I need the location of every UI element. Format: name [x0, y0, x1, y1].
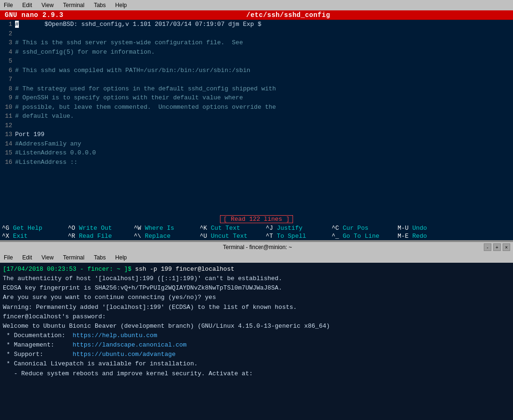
editor-line: 7: [0, 75, 513, 84]
shortcut-item[interactable]: ^U Uncut Text: [198, 233, 264, 240]
line-content: #AddressFamily any: [15, 139, 81, 149]
editor-area[interactable]: 1# $OpenBSD: sshd_config,v 1.101 2017/03…: [0, 20, 513, 214]
shortcut-key: ^X: [2, 233, 13, 240]
shortcut-item[interactable]: ^J Justify: [264, 225, 330, 232]
bmenu-help[interactable]: Help: [114, 254, 129, 261]
top-menubar[interactable]: File Edit View Terminal Tabs Help: [0, 0, 513, 10]
bmenu-file[interactable]: File: [2, 254, 15, 261]
line-number: 3: [2, 38, 15, 48]
terminal-line: fincer@localhost's password:: [3, 312, 510, 322]
shortcut-item[interactable]: ^O Write Out: [66, 225, 132, 232]
menu-edit[interactable]: Edit: [20, 1, 34, 9]
terminal-line: Welcome to Ubuntu Bionic Beaver (develop…: [3, 322, 510, 331]
line-content: # This is the sshd server system-wide co…: [15, 38, 243, 48]
line-number: 1: [2, 20, 15, 29]
terminal-link[interactable]: https://ubuntu.com/advantage: [73, 351, 175, 358]
line-number: 11: [2, 112, 15, 121]
status-bar: [ Read 122 lines ]: [220, 215, 293, 223]
menu-help[interactable]: Help: [114, 1, 129, 9]
bmenu-view[interactable]: View: [40, 254, 56, 261]
editor-line: 2: [0, 29, 513, 39]
close-button[interactable]: ×: [503, 243, 510, 251]
terminal-command: ssh -p 199 fincer@localhost: [135, 266, 235, 273]
shortcuts-row: ^X Exit^R Read File^\ Replace^U Uncut Te…: [0, 232, 513, 240]
terminal-line: Warning: Permanently added '[localhost]:…: [3, 303, 510, 312]
shortcut-label: Cur Pos: [342, 225, 368, 232]
line-content: #ListenAddress ::: [15, 158, 78, 167]
shortcut-key: ^\: [134, 233, 145, 240]
terminal-prompt: [17/04/2018 00:23:53 - fincer: ~ ]$: [3, 266, 135, 273]
nano-header: GNU nano 2.9.3 /etc/ssh/sshd_config: [0, 10, 513, 20]
bmenu-tabs[interactable]: Tabs: [92, 254, 107, 261]
line-content: #ListenAddress 0.0.0.0: [15, 148, 96, 158]
menu-tabs[interactable]: Tabs: [92, 1, 107, 9]
terminal-line: ECDSA key fingerprint is SHA256:vQ+h/TPv…: [3, 283, 510, 293]
bottom-menubar[interactable]: File Edit View Terminal Tabs Help: [0, 252, 513, 263]
editor-line: 11# default value.: [0, 112, 513, 121]
shortcut-item[interactable]: ^G Get Help: [0, 225, 66, 232]
shortcut-key: ^J: [266, 225, 277, 232]
menu-file[interactable]: File: [2, 1, 15, 9]
menu-terminal[interactable]: Terminal: [61, 1, 86, 9]
editor-line: 1# $OpenBSD: sshd_config,v 1.101 2017/03…: [0, 20, 513, 29]
shortcut-label: Read File: [79, 233, 112, 240]
shortcut-key: M-E: [398, 233, 412, 240]
shortcut-label: Undo: [412, 225, 427, 232]
shortcut-item[interactable]: M-E Redo: [396, 233, 462, 240]
shortcut-key: M-U: [398, 225, 412, 232]
shortcut-item[interactable]: ^\ Replace: [132, 233, 198, 240]
minimize-button[interactable]: -: [484, 243, 491, 251]
top-terminal: File Edit View Terminal Tabs Help GNU na…: [0, 0, 513, 240]
bottom-titlebar: Terminal - fincer@minion: ~ - + ×: [0, 242, 513, 252]
shortcut-item[interactable]: ^T To Spell: [264, 233, 330, 240]
editor-line: 14#AddressFamily any: [0, 139, 513, 149]
line-content: Port 199: [15, 130, 44, 139]
shortcut-label: Cut Text: [211, 225, 240, 232]
titlebar-controls[interactable]: - + ×: [484, 243, 510, 251]
line-number: 14: [2, 139, 15, 149]
shortcut-label: Justify: [277, 225, 302, 232]
editor-line: 9# OpenSSH is to specify options with th…: [0, 93, 513, 103]
terminal-line: [17/04/2018 00:23:53 - fincer: ~ ]$ ssh …: [3, 265, 510, 274]
editor-line: 8# The strategy used for options in the …: [0, 84, 513, 94]
shortcut-item[interactable]: ^W Where Is: [132, 225, 198, 232]
bmenu-edit[interactable]: Edit: [20, 254, 34, 261]
terminal-link[interactable]: https://help.ubuntu.com: [73, 332, 157, 339]
shortcut-item[interactable]: ^X Exit: [0, 233, 66, 240]
terminal-line: Are you sure you want to continue connec…: [3, 293, 510, 302]
line-content: # OpenSSH is to specify options with the…: [15, 93, 243, 103]
line-content: # sshd_config(5) for more information.: [15, 48, 155, 57]
shortcut-label: To Spell: [277, 233, 306, 240]
terminal-line: The authenticity of host '[localhost]:19…: [3, 274, 510, 283]
shortcuts-row: ^G Get Help^O Write Out^W Where Is^K Cut…: [0, 224, 513, 232]
line-number: 5: [2, 57, 15, 66]
line-content: # default value.: [15, 112, 74, 121]
editor-line: 10# possible, but leave them commented. …: [0, 103, 513, 112]
editor-line: 16#ListenAddress ::: [0, 158, 513, 167]
bmenu-terminal[interactable]: Terminal: [61, 254, 86, 261]
shortcut-item[interactable]: ^K Cut Text: [198, 225, 264, 232]
line-number: 16: [2, 158, 15, 167]
line-number: 4: [2, 48, 15, 57]
shortcut-item[interactable]: M-U Undo: [396, 225, 462, 232]
shortcut-item[interactable]: ^_ Go To Line: [330, 233, 396, 240]
shortcut-key: ^W: [134, 225, 145, 232]
shortcut-key: ^T: [266, 233, 277, 240]
terminal-link[interactable]: https://landscape.canonical.com: [73, 341, 187, 348]
shortcut-key: ^K: [200, 225, 211, 232]
menu-view[interactable]: View: [40, 1, 56, 9]
editor-line: 5: [0, 57, 513, 66]
line-number: 7: [2, 75, 15, 84]
shortcut-label: Exit: [13, 233, 27, 240]
line-content: # The strategy used for options in the d…: [15, 84, 276, 94]
nano-filename: /etc/ssh/sshd_config: [246, 11, 330, 19]
status-wrapper: [ Read 122 lines ]: [0, 214, 513, 224]
shortcut-item[interactable]: ^R Read File: [66, 233, 132, 240]
line-number: 8: [2, 84, 15, 94]
shortcut-key: ^C: [332, 225, 342, 232]
shortcut-item[interactable]: ^C Cur Pos: [330, 225, 396, 232]
editor-line: 6# This sshd was compiled with PATH=/usr…: [0, 66, 513, 75]
terminal-content[interactable]: [17/04/2018 00:23:53 - fincer: ~ ]$ ssh …: [0, 263, 513, 420]
line-content: # This sshd was compiled with PATH=/usr/…: [15, 66, 250, 75]
maximize-button[interactable]: +: [493, 243, 501, 251]
